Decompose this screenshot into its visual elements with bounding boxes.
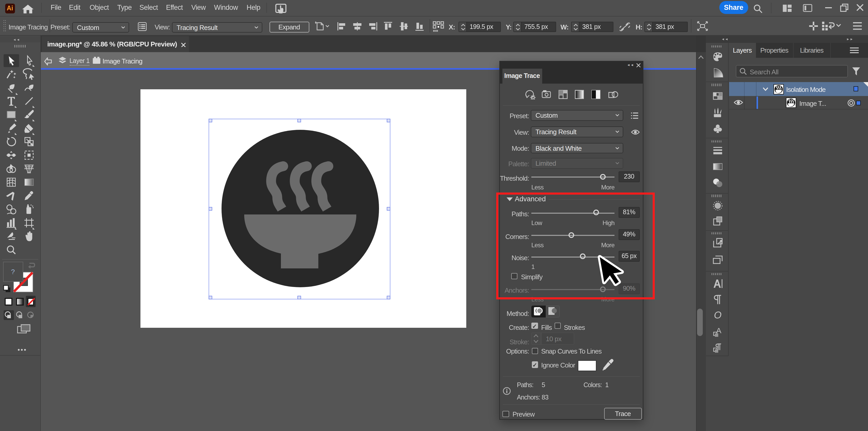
svg-text:O: O <box>714 310 721 321</box>
